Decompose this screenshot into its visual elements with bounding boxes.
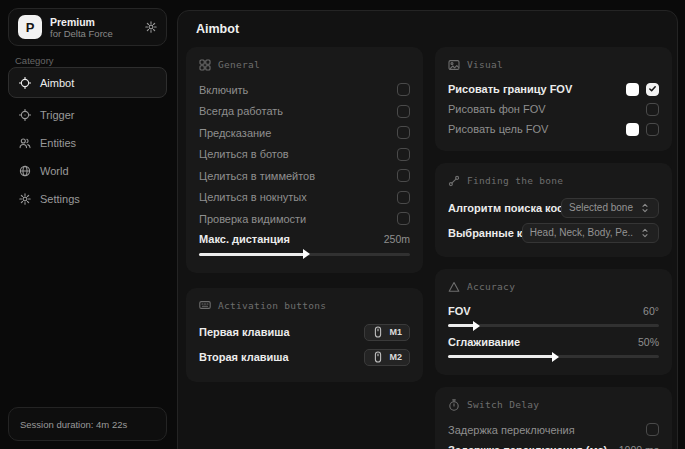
dropdown-value: Head, Neck, Body, Pe.. xyxy=(530,227,633,238)
card-header: Activation buttons xyxy=(199,298,410,313)
left-column: GeneralВключитьВсегда работатьПредсказан… xyxy=(186,47,423,449)
setting-label: Целиться в нокнутых xyxy=(199,191,307,203)
checkbox[interactable] xyxy=(646,423,659,436)
dropdown-setting-: Алгоритм поиска костейSelected bone xyxy=(448,195,659,220)
keybind-setting-: Вторая клавишаM2 xyxy=(199,345,410,370)
category-label: Category xyxy=(15,55,54,66)
setting-label: Задержка переключения (мс) xyxy=(448,444,607,449)
sidebar-item-settings[interactable]: Settings xyxy=(8,185,167,213)
color-swatch[interactable] xyxy=(626,123,639,136)
card-title: Visual xyxy=(467,59,503,70)
checkbox-setting-: Включить xyxy=(199,79,410,101)
setting-value: 50% xyxy=(638,336,659,348)
setting-label: Целиться в тиммейтов xyxy=(199,170,315,182)
slider-head: Макс. дистанция250m xyxy=(199,230,410,249)
keybind-button[interactable]: M1 xyxy=(364,324,410,341)
slider-head: Сглаживание50% xyxy=(448,332,659,351)
keybind-setting-: Первая клавишаM1 xyxy=(199,320,410,345)
slider-thumb[interactable] xyxy=(303,249,310,259)
setting-label: Задержка переключения xyxy=(448,424,575,436)
slider[interactable] xyxy=(448,355,659,358)
color-swatch[interactable] xyxy=(626,83,639,96)
checkbox-setting-: Целиться в нокнутых xyxy=(199,187,410,209)
slider-thumb[interactable] xyxy=(552,352,559,362)
checkbox[interactable] xyxy=(397,105,410,118)
sidebar-item-trigger[interactable]: Trigger xyxy=(8,101,167,129)
page-title: Aimbot xyxy=(196,22,239,36)
checkbox[interactable] xyxy=(397,148,410,161)
sidebar-item-entities[interactable]: Entities xyxy=(8,129,167,157)
crosshair-icon xyxy=(18,77,31,89)
slider-setting-: Задержка переключения (мс)1000 ms xyxy=(448,441,659,449)
slider[interactable] xyxy=(448,324,659,327)
setting-value: 250m xyxy=(384,233,410,245)
checkbox-setting-: Предсказание xyxy=(199,122,410,144)
setting-label: Проверка видимости xyxy=(199,213,306,225)
bone-icon xyxy=(448,175,460,187)
setting-controls xyxy=(397,105,410,118)
setting-controls xyxy=(646,103,659,116)
keybind-value: M1 xyxy=(389,327,402,337)
keybind-value: M2 xyxy=(389,352,402,362)
card-header: Visual xyxy=(448,57,659,72)
checkbox-setting-: Целиться в тиммейтов xyxy=(199,165,410,187)
slider-thumb[interactable] xyxy=(473,321,480,331)
main-panel: Aimbot GeneralВключитьВсегда работатьПре… xyxy=(177,10,678,449)
slider-head: FOV60° xyxy=(448,301,659,320)
cards-area: GeneralВключитьВсегда работатьПредсказан… xyxy=(186,47,672,449)
setting-label: Сглаживание xyxy=(448,336,520,348)
expand-icon xyxy=(639,202,651,214)
setting-value: 1000 ms xyxy=(619,444,659,449)
setting-controls xyxy=(397,191,410,204)
checkbox-setting-fov: Рисовать цель FOV xyxy=(448,119,659,139)
setting-label: Вторая клавиша xyxy=(199,351,289,363)
app-logo: P xyxy=(18,15,42,39)
setting-label: FOV xyxy=(448,305,471,317)
setting-label: Макс. дистанция xyxy=(199,233,290,245)
setting-controls xyxy=(626,83,659,96)
setting-controls xyxy=(397,83,410,96)
card-header: General xyxy=(199,57,410,72)
checkbox[interactable] xyxy=(397,212,410,225)
card-header: Accuracy xyxy=(448,279,659,294)
dropdown[interactable]: Head, Neck, Body, Pe.. xyxy=(522,223,659,243)
app-subtitle: for Delta Force xyxy=(50,28,113,39)
sidebar-item-aimbot[interactable]: Aimbot xyxy=(8,67,167,98)
keybind-button[interactable]: M2 xyxy=(364,349,410,366)
checkbox[interactable] xyxy=(397,169,410,182)
sidebar-item-label: Settings xyxy=(40,193,80,205)
checkbox-setting-: Целиться в ботов xyxy=(199,144,410,166)
setting-controls xyxy=(397,126,410,139)
sidebar-item-world[interactable]: World xyxy=(8,157,167,185)
checkbox[interactable] xyxy=(646,103,659,116)
card-accuracy: AccuracyFOV60°Сглаживание50% xyxy=(435,269,672,375)
mouse-icon xyxy=(372,326,384,338)
license-card: P Premium for Delta Force xyxy=(8,8,167,46)
entities-icon xyxy=(18,137,31,149)
settings-icon xyxy=(18,193,31,205)
dropdown[interactable]: Selected bone xyxy=(561,198,659,218)
card-title: General xyxy=(218,59,260,70)
card-visual: VisualРисовать границу FOVРисовать фон F… xyxy=(435,47,672,151)
mouse-icon xyxy=(372,351,384,363)
checkbox-setting-fov: Рисовать фон FOV xyxy=(448,99,659,119)
gear-icon[interactable] xyxy=(145,21,157,33)
card-general: GeneralВключитьВсегда работатьПредсказан… xyxy=(186,47,423,273)
checkbox[interactable] xyxy=(397,83,410,96)
license-text: Premium for Delta Force xyxy=(50,16,113,39)
checkbox[interactable] xyxy=(397,126,410,139)
slider[interactable] xyxy=(199,253,410,256)
checkbox[interactable] xyxy=(646,83,659,96)
session-card: Session duration: 4m 22s xyxy=(8,407,167,441)
keyboard-icon xyxy=(199,299,211,311)
card-activation-buttons: Activation buttonsПервая клавишаM1Вторая… xyxy=(186,288,423,382)
setting-controls xyxy=(626,123,659,136)
slider-head: Задержка переключения (мс)1000 ms xyxy=(448,441,659,449)
checkbox[interactable] xyxy=(646,123,659,136)
setting-label: Включить xyxy=(199,84,248,96)
sidebar-item-label: Trigger xyxy=(40,109,74,121)
checkbox[interactable] xyxy=(397,191,410,204)
slider-fill xyxy=(199,253,305,256)
setting-label: Предсказание xyxy=(199,127,271,139)
dropdown-setting-: Выбранные костиHead, Neck, Body, Pe.. xyxy=(448,220,659,245)
